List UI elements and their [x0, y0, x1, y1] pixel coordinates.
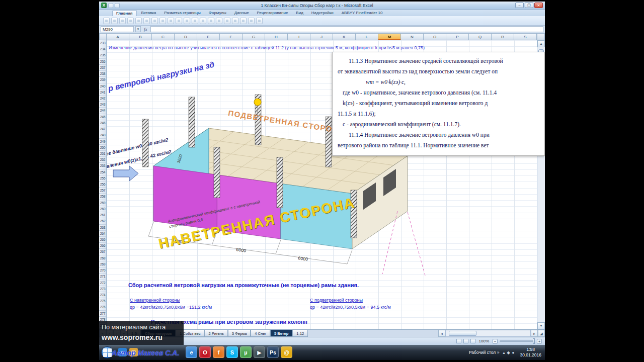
sheet-tab-6[interactable]: 4 Снег [251, 330, 270, 337]
firefox-icon[interactable]: f [213, 346, 224, 358]
row-header-275[interactable]: 275 [99, 298, 106, 304]
row-header-267[interactable]: 267 [99, 249, 106, 255]
row-header-271[interactable]: 271 [99, 274, 106, 280]
ribbon-tab-6[interactable]: Рецензирование [254, 10, 292, 16]
opera-icon[interactable]: O [199, 346, 211, 358]
desktop-chevron-icon[interactable]: » [497, 350, 500, 355]
normal-view-icon[interactable] [456, 339, 461, 343]
zoom-in-button[interactable]: + [537, 339, 542, 344]
align-left-icon[interactable] [224, 18, 230, 24]
copy-icon[interactable] [159, 18, 166, 24]
row-header-257[interactable]: 257 [99, 188, 106, 194]
row-header-251[interactable]: 251 [99, 151, 106, 157]
close-button[interactable]: ✕ [534, 3, 543, 8]
zoom-slider[interactable] [500, 340, 535, 342]
zoom-slider-handle[interactable] [533, 338, 535, 344]
horizontal-scrollbar-thumb[interactable] [449, 331, 476, 336]
column-header-P[interactable]: P [446, 33, 469, 40]
skype-icon[interactable]: S [226, 346, 238, 358]
row-header-244[interactable]: 244 [99, 108, 106, 114]
row-header-277[interactable]: 277 [99, 311, 106, 317]
scroll-down-icon[interactable]: ▼ [537, 322, 545, 329]
row-header-268[interactable]: 268 [99, 255, 106, 261]
column-header-K[interactable]: K [333, 33, 356, 40]
column-header-I[interactable]: I [288, 33, 310, 40]
underline-icon[interactable] [192, 18, 198, 24]
save-icon[interactable] [103, 18, 110, 24]
row-header-242[interactable]: 242 [99, 96, 106, 102]
tray-icon-1[interactable]: ▴ [503, 350, 505, 355]
row-header-246[interactable]: 246 [99, 120, 106, 126]
row-header-243[interactable]: 243 [99, 102, 106, 108]
select-all-corner[interactable] [99, 33, 107, 40]
row-header-233[interactable]: 233 [99, 40, 106, 46]
row-header-238[interactable]: 238 [99, 71, 106, 77]
internet-explorer-icon[interactable]: e [186, 346, 197, 358]
row-header-253[interactable]: 253 [99, 163, 106, 169]
page-layout-view-icon[interactable] [463, 339, 468, 343]
row-header-250[interactable]: 250 [99, 145, 106, 151]
hscroll-left-icon[interactable]: ◂ [438, 330, 445, 337]
ribbon-tab-5[interactable]: Данные [231, 10, 253, 16]
column-header-S[interactable]: S [514, 33, 537, 40]
align-center-icon[interactable] [232, 18, 238, 24]
row-header-241[interactable]: 241 [99, 89, 106, 96]
column-header-F[interactable]: F [220, 33, 243, 40]
ribbon-tab-1[interactable]: Главная [112, 10, 137, 16]
column-header-G[interactable]: G [243, 33, 265, 40]
column-header-C[interactable]: C [152, 33, 175, 40]
row-header-263[interactable]: 263 [99, 225, 106, 231]
column-header-H[interactable]: H [265, 33, 288, 40]
row-header-254[interactable]: 254 [99, 169, 106, 175]
ribbon-tab-4[interactable]: Формулы [205, 10, 230, 16]
row-header-256[interactable]: 256 [99, 182, 106, 188]
column-header-A[interactable]: A [107, 33, 129, 40]
row-header-236[interactable]: 236 [99, 59, 106, 65]
desktop-toolbar-label[interactable]: Рабочий стол » [469, 350, 499, 355]
sheet-tab-4[interactable]: 2 Ригель [204, 330, 227, 337]
zoom-level[interactable]: 100% [477, 339, 491, 343]
minimize-button[interactable]: – [515, 3, 524, 8]
horizontal-scrollbar[interactable]: ◂ ▸ ◢ [438, 330, 545, 337]
row-header-258[interactable]: 258 [99, 194, 106, 200]
row-header-273[interactable]: 273 [99, 286, 106, 292]
name-box-dropdown-icon[interactable]: ▼ [135, 26, 141, 32]
row-header-235[interactable]: 235 [99, 52, 106, 58]
zoom-icon[interactable] [256, 18, 263, 24]
row-header-245[interactable]: 245 [99, 114, 106, 120]
insert-function-icon[interactable]: fx [142, 27, 149, 32]
ribbon-tab-3[interactable]: Разметка страницы [160, 10, 204, 16]
photoshop-icon[interactable]: Ps [267, 346, 279, 358]
page-break-view-icon[interactable] [470, 339, 475, 343]
scroll-up-icon[interactable]: ▲ [537, 40, 545, 47]
print-icon[interactable] [127, 18, 134, 24]
quick-access-undo-icon[interactable] [115, 3, 120, 8]
row-header-234[interactable]: 234 [99, 46, 106, 52]
column-header-Q[interactable]: Q [469, 33, 492, 40]
italic-icon[interactable] [184, 18, 190, 24]
tray-icon-2[interactable]: ◆ [507, 350, 510, 355]
hscroll-track[interactable] [445, 330, 531, 337]
taskbar-clock[interactable]: 1:58 30.01.2016 [518, 347, 543, 357]
ribbon-tab-8[interactable]: Надстройки [308, 10, 337, 16]
row-header-272[interactable]: 272 [99, 280, 106, 286]
font-color-icon[interactable] [216, 18, 222, 24]
spelling-icon[interactable] [143, 18, 150, 24]
ribbon-tab-9[interactable]: ABBYY FineReader 10 [338, 10, 386, 16]
column-header-N[interactable]: N [401, 33, 424, 40]
row-header-248[interactable]: 248 [99, 132, 106, 138]
row-header-269[interactable]: 269 [99, 261, 106, 267]
paste-icon[interactable] [151, 18, 158, 24]
row-header-260[interactable]: 260 [99, 206, 106, 212]
row-header-261[interactable]: 261 [99, 212, 106, 218]
row-header-266[interactable]: 266 [99, 243, 106, 249]
row-header-255[interactable]: 255 [99, 175, 106, 182]
row-header-240[interactable]: 240 [99, 83, 106, 89]
row-header-247[interactable]: 247 [99, 126, 106, 132]
column-header-R[interactable]: R [492, 33, 514, 40]
bold-icon[interactable] [176, 18, 182, 24]
ribbon-tab-7[interactable]: Вид [292, 10, 306, 16]
column-header-E[interactable]: E [197, 33, 220, 40]
undo-icon[interactable] [111, 18, 118, 24]
fill-color-icon[interactable] [208, 18, 214, 24]
